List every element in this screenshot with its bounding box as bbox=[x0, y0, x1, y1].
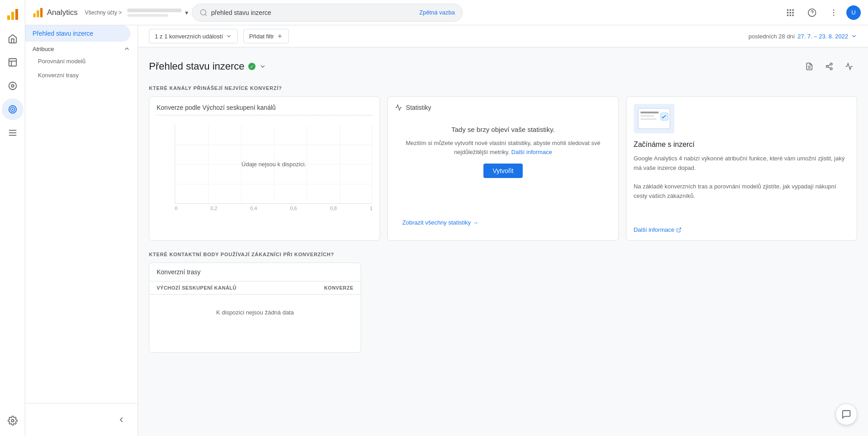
date-range-dropdown-icon[interactable] bbox=[851, 33, 857, 39]
svg-rect-2 bbox=[15, 9, 18, 20]
intro-card-footer: Další informace bbox=[634, 226, 849, 233]
apps-icon[interactable] bbox=[781, 4, 799, 22]
svg-rect-0 bbox=[7, 15, 10, 20]
search-bar[interactable]: Zpětná vazba bbox=[192, 4, 463, 22]
x-axis-labels: 0 0,2 0,4 0,6 0,8 1 bbox=[175, 204, 372, 213]
svg-rect-22 bbox=[792, 9, 794, 10]
content-wrapper: Přehled stavu inzerce Atribuce Porovnání… bbox=[25, 25, 868, 436]
anomaly-btn[interactable] bbox=[841, 58, 857, 75]
svg-point-39 bbox=[826, 66, 828, 68]
svg-point-32 bbox=[833, 12, 835, 13]
svg-rect-28 bbox=[792, 14, 794, 16]
svg-rect-16 bbox=[37, 10, 39, 17]
nav-sub-item-model-comparison[interactable]: Porovnání modelů bbox=[25, 54, 138, 68]
svg-point-38 bbox=[830, 63, 832, 66]
svg-point-31 bbox=[833, 9, 835, 10]
create-button[interactable]: Vytvořit bbox=[483, 164, 522, 178]
svg-point-10 bbox=[12, 109, 13, 110]
logo-container bbox=[2, 4, 23, 25]
svg-rect-24 bbox=[789, 12, 791, 13]
stats-card-title-row: Statistiky bbox=[395, 104, 611, 111]
all-accounts-label[interactable]: Všechny účty > bbox=[85, 9, 122, 16]
feedback-link[interactable]: Zpětná vazba bbox=[419, 9, 455, 16]
intro-card: Začínáme s inzercí Google Analytics 4 na… bbox=[626, 96, 857, 241]
nav-item-overview[interactable]: Přehled stavu inzerce bbox=[25, 25, 130, 42]
nav-panel: Přehled stavu inzerce Atribuce Porovnání… bbox=[25, 25, 138, 436]
topbar-logo-icon bbox=[32, 7, 43, 18]
sidebar-reports-icon[interactable] bbox=[2, 52, 23, 73]
svg-rect-1 bbox=[11, 12, 14, 20]
account-selector[interactable] bbox=[125, 9, 181, 17]
svg-rect-27 bbox=[789, 14, 791, 16]
share-btn[interactable] bbox=[821, 58, 837, 75]
content-header: 1 z 1 konverzních událostí Přidat filtr … bbox=[138, 25, 868, 47]
svg-rect-45 bbox=[641, 115, 654, 117]
sidebar-list-icon[interactable] bbox=[2, 122, 23, 144]
chart-plot-area: Údaje nejsou k dispozici. bbox=[175, 125, 372, 204]
add-filter-btn[interactable]: Přidat filtr bbox=[243, 29, 289, 43]
svg-point-6 bbox=[9, 82, 16, 90]
more-options-icon[interactable] bbox=[825, 4, 843, 22]
date-period-label: posledních 28 dní bbox=[748, 33, 795, 40]
svg-rect-17 bbox=[40, 8, 42, 17]
export-btn[interactable] bbox=[801, 58, 817, 75]
section2-label: KTERÉ KONTAKTNÍ BODY POUŽÍVAJÍ ZÁKAZNÍCI… bbox=[149, 252, 857, 257]
chat-fab[interactable] bbox=[836, 403, 857, 425]
help-icon[interactable] bbox=[803, 4, 821, 22]
section1-label: KTERÉ KANÁLY PŘINÁŠEJÍ NEJVÍCE KONVERZÍ? bbox=[149, 85, 857, 91]
sidebar-explore-icon[interactable] bbox=[2, 75, 23, 97]
svg-rect-15 bbox=[33, 13, 36, 17]
app-name: Analytics bbox=[47, 8, 78, 17]
stats-empty-text: Mezitím si můžete vytvořit nové vlastní … bbox=[402, 139, 603, 156]
vgridline-6 bbox=[372, 125, 372, 203]
topbar-right: U bbox=[781, 4, 861, 22]
intro-more-info-link[interactable]: Další informace bbox=[634, 226, 849, 233]
stats-link[interactable]: Další informace bbox=[511, 149, 552, 155]
nav-collapse-icon[interactable] bbox=[112, 411, 130, 429]
nav-bottom bbox=[25, 403, 138, 436]
chart-container: Údaje nejsou k dispozici. 0 0,2 0,4 0,6 … bbox=[157, 121, 372, 220]
svg-point-7 bbox=[11, 84, 14, 87]
intro-illustration-svg bbox=[636, 106, 672, 131]
intro-card-text: Google Analytics 4 nabízí výkonné atribu… bbox=[634, 154, 849, 221]
see-all-stats-link[interactable]: Zobrazit všechny statistiky → bbox=[402, 219, 603, 226]
add-filter-label: Přidat filtr bbox=[249, 33, 274, 40]
stats-icon bbox=[395, 104, 402, 111]
svg-rect-21 bbox=[789, 9, 791, 10]
conversion-filter-btn[interactable]: 1 z 1 konverzních událostí bbox=[149, 29, 238, 43]
title-dropdown-icon[interactable] bbox=[259, 63, 266, 70]
external-link-icon bbox=[676, 227, 682, 233]
account-dropdown-icon[interactable]: ▾ bbox=[185, 9, 188, 16]
svg-line-19 bbox=[205, 14, 206, 15]
svg-point-18 bbox=[200, 9, 206, 15]
status-dot bbox=[248, 63, 255, 70]
conversion-filter-label: 1 z 1 konverzních událostí bbox=[155, 33, 223, 40]
svg-line-48 bbox=[678, 228, 681, 230]
conversion-empty-message: K dispozici nejsou žádná data bbox=[149, 295, 361, 330]
chat-icon bbox=[841, 409, 851, 419]
nav-sub-item-conversion-paths[interactable]: Konverzní trasy bbox=[25, 68, 138, 82]
svg-rect-25 bbox=[792, 12, 794, 13]
search-icon bbox=[200, 9, 208, 17]
search-input[interactable] bbox=[211, 9, 416, 16]
chart-no-data-text: Údaje nejsou k dispozici. bbox=[241, 161, 306, 168]
sidebar-home-icon[interactable] bbox=[2, 28, 23, 50]
date-range-text[interactable]: 27. 7. – 23. 8. 2022 bbox=[798, 33, 848, 40]
analytics-logo-icon bbox=[6, 8, 19, 21]
svg-rect-23 bbox=[787, 12, 789, 13]
sidebar-settings-icon[interactable] bbox=[2, 410, 23, 431]
property-name-placeholder bbox=[127, 14, 168, 17]
main-wrapper: Analytics Všechny účty > ▾ Zpětná vazba bbox=[25, 0, 868, 436]
stats-card-title: Statistiky bbox=[406, 104, 431, 111]
stats-card-footer: Zobrazit všechny statistiky → bbox=[395, 212, 611, 233]
conversion-card-header: Konverzní trasy bbox=[149, 263, 361, 281]
user-avatar[interactable]: U bbox=[846, 5, 861, 20]
cards-row: Konverze podle Výchozí seskupení kanálů bbox=[149, 96, 857, 241]
page-title-actions bbox=[801, 58, 857, 75]
svg-line-41 bbox=[828, 67, 830, 68]
y-axis bbox=[157, 121, 175, 202]
nav-section-attribution: Atribuce bbox=[25, 42, 138, 54]
account-name-placeholder bbox=[127, 9, 181, 12]
sidebar-advertising-icon[interactable] bbox=[2, 98, 23, 120]
section-collapse-icon[interactable] bbox=[123, 45, 130, 52]
